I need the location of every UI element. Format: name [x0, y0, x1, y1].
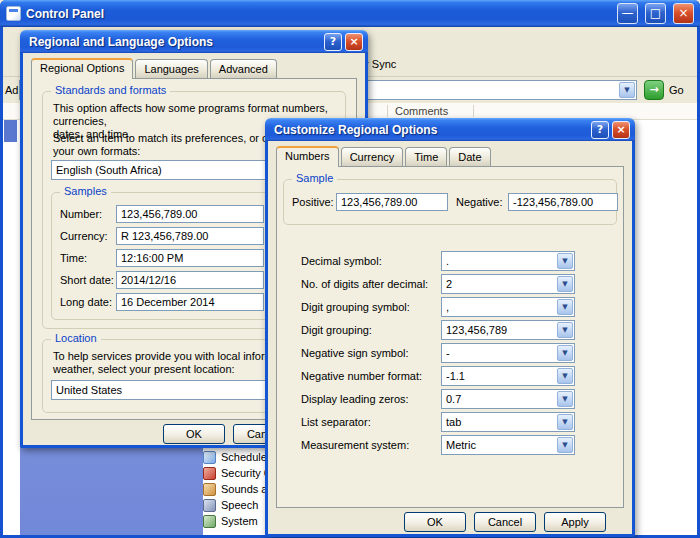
decimal-symbol-value: .: [446, 255, 449, 267]
language-format-value: English (South Africa): [56, 164, 162, 176]
dropdown-icon[interactable]: ▼: [557, 322, 573, 338]
control-panel-titlebar: Control Panel — □ ×: [0, 0, 700, 27]
measurement-system-combo[interactable]: Metric ▼: [441, 435, 575, 455]
help-button[interactable]: ?: [324, 33, 342, 51]
negative-label: Negative:: [456, 196, 508, 208]
positive-label: Positive:: [292, 196, 336, 208]
tab-regional-options[interactable]: Regional Options: [31, 58, 133, 79]
time-sample-field[interactable]: 12:16:00 PM: [116, 249, 264, 267]
location-value: United States: [56, 384, 122, 396]
dropdown-icon[interactable]: ▼: [557, 299, 573, 315]
list-separator-combo[interactable]: tab ▼: [441, 412, 575, 432]
location-description: To help services provide you with local …: [53, 350, 301, 376]
number-options-rows: Decimal symbol: . ▼ No. of digits after …: [277, 251, 623, 458]
decimal-symbol-combo[interactable]: . ▼: [441, 251, 575, 271]
field-row-negative-sign-symbol: Negative sign symbol: - ▼: [277, 343, 623, 363]
tab-languages[interactable]: Languages: [135, 59, 207, 78]
digit-grouping-symbol-label: Digit grouping symbol:: [301, 301, 441, 313]
dropdown-icon[interactable]: ▼: [557, 437, 573, 453]
address-dropdown-icon[interactable]: ▼: [619, 82, 635, 98]
field-row-digit-grouping-symbol: Digit grouping symbol: , ▼: [277, 297, 623, 317]
digits-after-decimal-label: No. of digits after decimal:: [301, 278, 441, 290]
sample-group-title: Sample: [292, 172, 337, 184]
display-leading-zeros-combo[interactable]: 0.7 ▼: [441, 389, 575, 409]
tab-time[interactable]: Time: [405, 147, 447, 166]
digit-grouping-symbol-combo[interactable]: , ▼: [441, 297, 575, 317]
digit-grouping-combo[interactable]: 123,456,789 ▼: [441, 320, 575, 340]
ok-button[interactable]: OK: [404, 512, 466, 532]
numbers-panel: Sample Positive: 123,456,789.00 Negative…: [276, 166, 624, 508]
close-button[interactable]: ×: [673, 3, 694, 24]
apply-button[interactable]: Apply: [544, 512, 606, 532]
list-separator-value: tab: [446, 416, 461, 428]
customize-dialog-title: Customize Regional Options: [274, 123, 588, 137]
currency-sample-field[interactable]: R 123,456,789.00: [116, 227, 264, 245]
customize-tabs: Numbers Currency Time Date: [276, 146, 493, 166]
measurement-system-label: Measurement system:: [301, 439, 441, 451]
negative-sign-symbol-value: -: [446, 347, 450, 359]
standards-group-title: Standards and formats: [51, 84, 170, 96]
field-row-digit-grouping: Digit grouping: 123,456,789 ▼: [277, 320, 623, 340]
measurement-system-value: Metric: [446, 439, 476, 451]
screen: Control Panel — □ × er Sync Ad ▼ → Go: [0, 0, 700, 538]
location-group-title: Location: [51, 332, 101, 344]
close-button[interactable]: ×: [345, 33, 363, 51]
field-row-negative-number-format: Negative number format: -1.1 ▼: [277, 366, 623, 386]
cancel-button[interactable]: Cancel: [474, 512, 536, 532]
digit-grouping-label: Digit grouping:: [301, 324, 441, 336]
go-label: Go: [669, 84, 684, 96]
number-label: Number:: [60, 208, 116, 220]
customize-regional-options-dialog: Customize Regional Options ? × Numbers C…: [265, 118, 635, 537]
maximize-button[interactable]: □: [645, 3, 666, 24]
dropdown-icon[interactable]: ▼: [557, 368, 573, 384]
dropdown-icon[interactable]: ▼: [557, 253, 573, 269]
minimize-button[interactable]: —: [617, 3, 638, 24]
field-row-list-separator: List separator: tab ▼: [277, 412, 623, 432]
tab-numbers[interactable]: Numbers: [276, 146, 339, 167]
dropdown-icon[interactable]: ▼: [557, 276, 573, 292]
negative-sign-symbol-label: Negative sign symbol:: [301, 347, 441, 359]
field-row-decimal-symbol: Decimal symbol: . ▼: [277, 251, 623, 271]
speech-icon: [203, 499, 216, 512]
samples-group-title: Samples: [60, 185, 111, 197]
system-icon: [203, 515, 216, 528]
security-center-icon: [203, 467, 216, 480]
negative-number-format-combo[interactable]: -1.1 ▼: [441, 366, 575, 386]
regional-dialog-titlebar: Regional and Language Options ? ×: [20, 30, 368, 53]
column-separator: [387, 105, 388, 117]
regional-tabs: Regional Options Languages Advanced: [31, 58, 279, 78]
window-title: Control Panel: [26, 7, 610, 21]
field-row-digits-after-decimal: No. of digits after decimal: 2 ▼: [277, 274, 623, 294]
help-button[interactable]: ?: [591, 121, 609, 139]
short-date-label: Short date:: [60, 274, 116, 286]
ok-button[interactable]: OK: [163, 424, 225, 444]
decimal-symbol-label: Decimal symbol:: [301, 255, 441, 267]
dropdown-icon[interactable]: ▼: [557, 414, 573, 430]
control-panel-icon: [6, 6, 21, 21]
digits-after-decimal-value: 2: [446, 278, 452, 290]
dropdown-icon[interactable]: ▼: [557, 345, 573, 361]
number-sample-field[interactable]: 123,456,789.00: [116, 205, 264, 223]
short-date-sample-field[interactable]: 2014/12/16: [116, 271, 264, 289]
close-button[interactable]: ×: [612, 121, 630, 139]
address-label: Ad: [5, 84, 18, 96]
long-date-sample-field[interactable]: 16 December 2014: [116, 293, 264, 311]
currency-label: Currency:: [60, 230, 116, 242]
field-row-measurement-system: Measurement system: Metric ▼: [277, 435, 623, 455]
negative-sign-symbol-combo[interactable]: - ▼: [441, 343, 575, 363]
customize-dialog-buttons: OK Cancel Apply: [268, 512, 632, 532]
digits-after-decimal-combo[interactable]: 2 ▼: [441, 274, 575, 294]
negative-sample-field[interactable]: -123,456,789.00: [508, 193, 618, 211]
display-leading-zeros-value: 0.7: [446, 393, 461, 405]
go-button[interactable]: →: [644, 80, 664, 100]
tab-advanced[interactable]: Advanced: [210, 59, 277, 78]
column-header-comments[interactable]: Comments: [395, 105, 448, 117]
digit-grouping-symbol-value: ,: [446, 301, 449, 313]
tab-currency[interactable]: Currency: [341, 147, 404, 166]
tab-date[interactable]: Date: [449, 147, 490, 166]
positive-sample-field[interactable]: 123,456,789.00: [336, 193, 448, 211]
list-separator-label: List separator:: [301, 416, 441, 428]
dropdown-icon[interactable]: ▼: [557, 391, 573, 407]
customize-dialog-body: Numbers Currency Time Date Sample Positi…: [268, 141, 632, 534]
list-item-label: Speech: [221, 499, 258, 511]
